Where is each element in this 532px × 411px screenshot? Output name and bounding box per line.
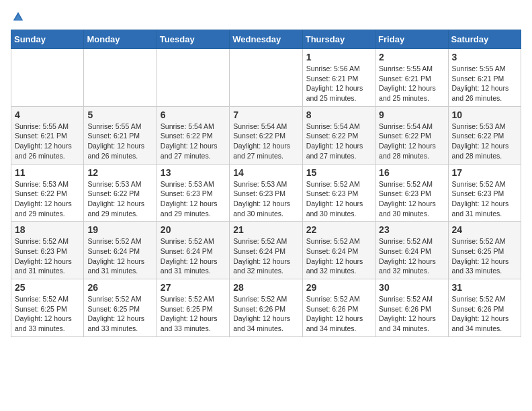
cell-info: Sunrise: 5:53 AM Sunset: 6:23 PM Dayligh… <box>161 179 226 219</box>
cell-day-number: 18 <box>15 224 80 235</box>
cell-day-number: 27 <box>161 282 226 293</box>
calendar-cell: 8Sunrise: 5:54 AM Sunset: 6:22 PM Daylig… <box>302 106 375 164</box>
cell-day-number: 19 <box>87 224 152 235</box>
cell-info: Sunrise: 5:52 AM Sunset: 6:25 PM Dayligh… <box>161 294 226 334</box>
cell-info: Sunrise: 5:52 AM Sunset: 6:26 PM Dayligh… <box>233 294 298 334</box>
calendar-cell: 6Sunrise: 5:54 AM Sunset: 6:22 PM Daylig… <box>157 106 229 164</box>
cell-day-number: 26 <box>87 282 152 293</box>
cell-day-number: 25 <box>15 282 80 293</box>
calendar-cell <box>230 49 302 107</box>
calendar-cell <box>157 49 229 107</box>
day-header-monday: Monday <box>84 30 157 49</box>
calendar-cell: 15Sunrise: 5:52 AM Sunset: 6:23 PM Dayli… <box>302 164 375 222</box>
week-row-5: 25Sunrise: 5:52 AM Sunset: 6:25 PM Dayli… <box>11 279 521 337</box>
cell-info: Sunrise: 5:52 AM Sunset: 6:23 PM Dayligh… <box>452 179 517 219</box>
cell-info: Sunrise: 5:54 AM Sunset: 6:22 PM Dayligh… <box>233 122 298 161</box>
cell-day-number: 22 <box>306 224 371 235</box>
calendar-cell: 31Sunrise: 5:52 AM Sunset: 6:26 PM Dayli… <box>448 279 521 337</box>
calendar-cell: 25Sunrise: 5:52 AM Sunset: 6:25 PM Dayli… <box>11 279 84 337</box>
cell-info: Sunrise: 5:52 AM Sunset: 6:26 PM Dayligh… <box>452 294 517 334</box>
cell-day-number: 9 <box>379 109 444 120</box>
cell-info: Sunrise: 5:53 AM Sunset: 6:22 PM Dayligh… <box>15 179 80 219</box>
cell-info: Sunrise: 5:52 AM Sunset: 6:25 PM Dayligh… <box>452 236 517 276</box>
calendar-cell: 19Sunrise: 5:52 AM Sunset: 6:24 PM Dayli… <box>84 222 157 279</box>
calendar-cell <box>84 49 157 107</box>
calendar-cell: 17Sunrise: 5:52 AM Sunset: 6:23 PM Dayli… <box>448 164 521 222</box>
calendar-cell: 16Sunrise: 5:52 AM Sunset: 6:23 PM Dayli… <box>375 164 448 222</box>
cell-info: Sunrise: 5:53 AM Sunset: 6:22 PM Dayligh… <box>452 122 517 161</box>
calendar-cell: 5Sunrise: 5:55 AM Sunset: 6:21 PM Daylig… <box>84 106 157 164</box>
cell-info: Sunrise: 5:52 AM Sunset: 6:23 PM Dayligh… <box>15 236 80 276</box>
calendar-cell: 1Sunrise: 5:56 AM Sunset: 6:21 PM Daylig… <box>302 49 375 107</box>
calendar-cell: 14Sunrise: 5:53 AM Sunset: 6:23 PM Dayli… <box>230 164 302 222</box>
day-header-tuesday: Tuesday <box>157 30 229 49</box>
page-header <box>11 11 521 23</box>
calendar-cell: 23Sunrise: 5:52 AM Sunset: 6:24 PM Dayli… <box>375 222 448 279</box>
cell-day-number: 6 <box>161 109 226 120</box>
week-row-1: 1Sunrise: 5:56 AM Sunset: 6:21 PM Daylig… <box>11 49 521 107</box>
calendar-cell: 13Sunrise: 5:53 AM Sunset: 6:23 PM Dayli… <box>157 164 229 222</box>
day-header-friday: Friday <box>375 30 448 49</box>
calendar-cell: 2Sunrise: 5:55 AM Sunset: 6:21 PM Daylig… <box>375 49 448 107</box>
calendar-cell: 22Sunrise: 5:52 AM Sunset: 6:24 PM Dayli… <box>302 222 375 279</box>
calendar-cell: 20Sunrise: 5:52 AM Sunset: 6:24 PM Dayli… <box>157 222 229 279</box>
cell-info: Sunrise: 5:55 AM Sunset: 6:21 PM Dayligh… <box>87 122 152 161</box>
cell-day-number: 13 <box>161 167 226 178</box>
cell-info: Sunrise: 5:52 AM Sunset: 6:25 PM Dayligh… <box>87 294 152 334</box>
cell-day-number: 23 <box>379 224 444 235</box>
cell-info: Sunrise: 5:52 AM Sunset: 6:24 PM Dayligh… <box>306 236 371 276</box>
calendar-cell: 18Sunrise: 5:52 AM Sunset: 6:23 PM Dayli… <box>11 222 84 279</box>
calendar-cell: 10Sunrise: 5:53 AM Sunset: 6:22 PM Dayli… <box>448 106 521 164</box>
cell-info: Sunrise: 5:54 AM Sunset: 6:22 PM Dayligh… <box>161 122 226 161</box>
cell-info: Sunrise: 5:52 AM Sunset: 6:26 PM Dayligh… <box>306 294 371 334</box>
cell-day-number: 8 <box>306 109 371 120</box>
cell-info: Sunrise: 5:53 AM Sunset: 6:22 PM Dayligh… <box>87 179 152 219</box>
cell-info: Sunrise: 5:55 AM Sunset: 6:21 PM Dayligh… <box>15 122 80 161</box>
cell-info: Sunrise: 5:52 AM Sunset: 6:24 PM Dayligh… <box>161 236 226 276</box>
days-header-row: SundayMondayTuesdayWednesdayThursdayFrid… <box>11 30 521 49</box>
cell-day-number: 24 <box>452 224 517 235</box>
cell-info: Sunrise: 5:52 AM Sunset: 6:24 PM Dayligh… <box>87 236 152 276</box>
cell-day-number: 28 <box>233 282 298 293</box>
cell-day-number: 1 <box>306 52 371 62</box>
calendar-cell: 21Sunrise: 5:52 AM Sunset: 6:24 PM Dayli… <box>230 222 302 279</box>
cell-day-number: 2 <box>379 52 444 62</box>
cell-day-number: 30 <box>379 282 444 293</box>
calendar-cell: 27Sunrise: 5:52 AM Sunset: 6:25 PM Dayli… <box>157 279 229 337</box>
day-header-wednesday: Wednesday <box>230 30 302 49</box>
cell-info: Sunrise: 5:52 AM Sunset: 6:24 PM Dayligh… <box>379 236 444 276</box>
cell-info: Sunrise: 5:54 AM Sunset: 6:22 PM Dayligh… <box>306 122 371 161</box>
calendar-cell: 26Sunrise: 5:52 AM Sunset: 6:25 PM Dayli… <box>84 279 157 337</box>
cell-day-number: 3 <box>452 52 517 62</box>
cell-info: Sunrise: 5:53 AM Sunset: 6:23 PM Dayligh… <box>233 179 298 219</box>
week-row-4: 18Sunrise: 5:52 AM Sunset: 6:23 PM Dayli… <box>11 222 521 279</box>
calendar-cell: 28Sunrise: 5:52 AM Sunset: 6:26 PM Dayli… <box>230 279 302 337</box>
cell-day-number: 31 <box>452 282 517 293</box>
cell-info: Sunrise: 5:56 AM Sunset: 6:21 PM Dayligh… <box>306 64 371 103</box>
logo <box>11 11 24 23</box>
calendar: SundayMondayTuesdayWednesdayThursdayFrid… <box>11 30 521 337</box>
calendar-cell <box>11 49 84 107</box>
calendar-cell: 4Sunrise: 5:55 AM Sunset: 6:21 PM Daylig… <box>11 106 84 164</box>
cell-day-number: 29 <box>306 282 371 293</box>
cell-info: Sunrise: 5:55 AM Sunset: 6:21 PM Dayligh… <box>452 64 517 103</box>
calendar-cell: 9Sunrise: 5:54 AM Sunset: 6:22 PM Daylig… <box>375 106 448 164</box>
calendar-cell: 7Sunrise: 5:54 AM Sunset: 6:22 PM Daylig… <box>230 106 302 164</box>
cell-day-number: 15 <box>306 167 371 178</box>
calendar-cell: 12Sunrise: 5:53 AM Sunset: 6:22 PM Dayli… <box>84 164 157 222</box>
cell-day-number: 10 <box>452 109 517 120</box>
cell-day-number: 11 <box>15 167 80 178</box>
calendar-cell: 30Sunrise: 5:52 AM Sunset: 6:26 PM Dayli… <box>375 279 448 337</box>
logo-icon <box>12 11 24 23</box>
cell-info: Sunrise: 5:52 AM Sunset: 6:23 PM Dayligh… <box>306 179 371 219</box>
day-header-sunday: Sunday <box>11 30 84 49</box>
cell-info: Sunrise: 5:55 AM Sunset: 6:21 PM Dayligh… <box>379 64 444 103</box>
calendar-cell: 11Sunrise: 5:53 AM Sunset: 6:22 PM Dayli… <box>11 164 84 222</box>
cell-info: Sunrise: 5:52 AM Sunset: 6:25 PM Dayligh… <box>15 294 80 334</box>
cell-info: Sunrise: 5:52 AM Sunset: 6:24 PM Dayligh… <box>233 236 298 276</box>
cell-day-number: 5 <box>87 109 152 120</box>
cell-day-number: 21 <box>233 224 298 235</box>
cell-day-number: 7 <box>233 109 298 120</box>
week-row-3: 11Sunrise: 5:53 AM Sunset: 6:22 PM Dayli… <box>11 164 521 222</box>
cell-day-number: 20 <box>161 224 226 235</box>
